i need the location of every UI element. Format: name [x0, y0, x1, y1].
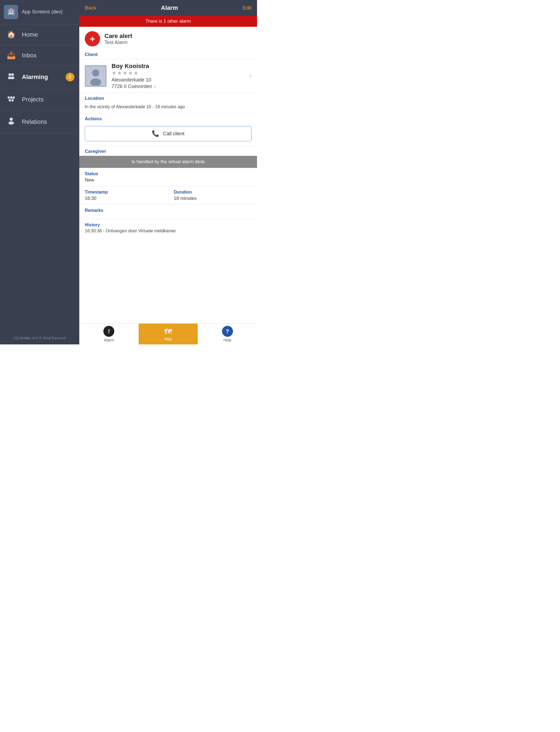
remarks-label: Remarks — [85, 208, 252, 213]
client-info: Boy Kooistra ★★★★★ Alexanderkade 10 7726… — [112, 63, 250, 89]
tab-map[interactable]: 🗺 Map — [139, 324, 198, 345]
sidebar-footer: CQ-Mobile v5.5 © 2018 Eurocom — [0, 332, 79, 345]
history-text: 16:30:36 - Ontvangen door Virtuele meldk… — [85, 229, 252, 234]
svg-rect-7 — [9, 99, 11, 101]
inbox-icon: 📥 — [5, 51, 17, 60]
city-arrows: » — [153, 84, 156, 89]
tab-help[interactable]: ? Help — [198, 324, 257, 345]
client-row[interactable]: Boy Kooistra ★★★★★ Alexanderkade 10 7726… — [79, 59, 257, 93]
care-alert-icon: + — [85, 31, 100, 46]
avatar-icon: 🏥 — [7, 8, 15, 16]
svg-point-1 — [11, 73, 14, 76]
page-title: Alarm — [161, 4, 178, 11]
svg-rect-6 — [13, 97, 15, 99]
sidebar-item-label: Projects — [22, 96, 74, 103]
history-label: History — [85, 223, 252, 228]
sidebar-item-label: Alarming — [22, 74, 66, 81]
caregiver-section: Caregiver Is handled by the virtual alar… — [79, 146, 257, 168]
svg-point-12 — [92, 69, 99, 77]
sidebar-nav: 🏠 Home 📥 Inbox Alarming 2 — [0, 24, 79, 332]
alarming-icon — [5, 72, 17, 82]
tab-alarm[interactable]: ! Alarm — [79, 324, 139, 345]
phone-icon: 📞 — [152, 130, 159, 137]
location-section: Location In the vicinity of Alexanderkad… — [79, 93, 257, 113]
alarm-tab-icon: ! — [103, 326, 114, 337]
svg-point-0 — [8, 73, 11, 76]
location-section-label: Location — [79, 93, 257, 103]
back-button[interactable]: Back — [85, 5, 96, 11]
alarming-badge: 2 — [66, 73, 74, 81]
svg-point-10 — [8, 121, 14, 125]
svg-point-9 — [10, 118, 13, 121]
duration-label: Duration — [174, 190, 252, 195]
timestamp-label: Timestamp — [85, 190, 163, 195]
main-content: Back Alarm Edit There is 1 other alarm +… — [79, 0, 257, 345]
call-client-button[interactable]: 📞 Call client — [85, 126, 252, 141]
call-label: Call client — [163, 131, 184, 137]
alert-banner[interactable]: There is 1 other alarm — [79, 16, 257, 27]
svg-rect-5 — [10, 97, 12, 99]
chevron-right-icon: › — [250, 72, 252, 80]
edit-button[interactable]: Edit — [243, 5, 252, 11]
caregiver-banner: Is handled by the virtual alarm desk — [79, 156, 257, 168]
relations-icon — [5, 117, 17, 127]
remarks-section: Remarks — [79, 205, 257, 219]
sidebar-item-inbox[interactable]: 📥 Inbox — [0, 45, 79, 66]
sidebar-header: 🏥 App Screens (dev) — [0, 0, 79, 24]
sidebar-item-alarming[interactable]: Alarming 2 — [0, 66, 79, 88]
help-tab-label: Help — [223, 338, 231, 342]
app-name: App Screens (dev) — [22, 9, 63, 15]
svg-rect-4 — [8, 97, 10, 99]
sidebar-item-home[interactable]: 🏠 Home — [0, 24, 79, 45]
location-text: In the vicinity of Alexanderkade 10 - 18… — [79, 103, 257, 113]
care-alert-text: Care alert Test Alarm — [104, 33, 132, 45]
duration-cell: Duration 18 minutes — [168, 187, 257, 205]
sidebar-item-label: Home — [22, 31, 74, 38]
sidebar-item-label: Relations — [22, 118, 74, 126]
client-photo — [85, 65, 107, 87]
client-section-label: Client — [79, 49, 257, 59]
client-name: Boy Kooistra — [112, 63, 250, 70]
sidebar-item-projects[interactable]: Projects — [0, 88, 79, 111]
status-label: Status — [85, 171, 252, 176]
actions-section: Actions 📞 Call client — [79, 113, 257, 146]
svg-rect-8 — [11, 99, 14, 101]
actions-section-label: Actions — [79, 113, 257, 123]
status-value: New — [85, 177, 252, 183]
svg-point-3 — [11, 77, 14, 79]
sidebar-item-label: Inbox — [22, 52, 74, 59]
timestamp-duration-row: Timestamp 16:30 Duration 18 minutes — [79, 186, 257, 205]
care-alert-header: + Care alert Test Alarm — [79, 27, 257, 49]
timestamp-cell: Timestamp 16:30 — [79, 187, 168, 205]
duration-value: 18 minutes — [174, 196, 252, 201]
client-address-line1: Alexanderkade 10 — [112, 76, 250, 84]
care-alert-subtitle: Test Alarm — [104, 40, 132, 45]
care-alert-title: Care alert — [104, 33, 132, 40]
caregiver-section-label: Caregiver — [79, 146, 257, 156]
help-tab-icon: ? — [222, 326, 233, 337]
topnav: Back Alarm Edit — [79, 0, 257, 16]
status-section: Status New — [79, 168, 257, 186]
sidebar-item-relations[interactable]: Relations — [0, 111, 79, 133]
sidebar: 🏥 App Screens (dev) 🏠 Home 📥 Inbox — [0, 0, 79, 345]
avatar: 🏥 — [4, 5, 18, 19]
timestamp-value: 16:30 — [85, 196, 163, 201]
client-stars: ★★★★★ — [112, 70, 250, 76]
map-tab-icon: 🗺 — [164, 327, 172, 336]
alarm-detail-content: + Care alert Test Alarm Client Boy Koois… — [79, 27, 257, 324]
client-address-line2: 7726 II Coevorden » — [112, 84, 250, 89]
projects-icon — [5, 94, 17, 104]
history-section: History 16:30:36 - Ontvangen door Virtue… — [79, 219, 257, 239]
bottom-tab-bar: ! Alarm 🗺 Map ? Help — [79, 324, 257, 345]
alarm-tab-label: Alarm — [104, 338, 114, 342]
map-tab-label: Map — [164, 337, 172, 341]
home-icon: 🏠 — [5, 30, 17, 39]
